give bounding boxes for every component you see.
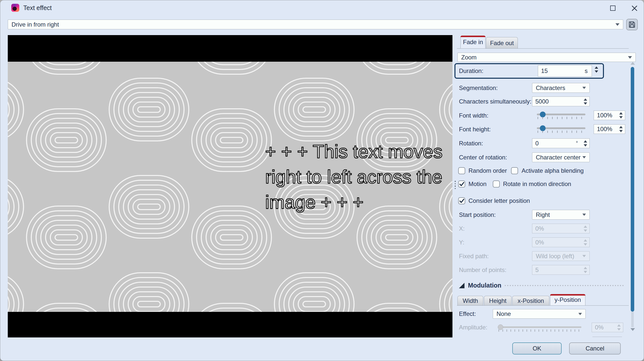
rotation-value: 0 xyxy=(535,140,539,147)
amplitude-value: 0% xyxy=(595,324,604,331)
panel-bottom-divider xyxy=(592,337,622,337)
font-width-value: 100% xyxy=(597,112,612,119)
amplitude-input: 0% xyxy=(592,323,623,332)
rotate-motion-checkbox[interactable] xyxy=(493,180,500,188)
chevron-down-icon xyxy=(582,87,586,89)
rotation-unit: ° xyxy=(576,140,578,146)
chevron-down-icon xyxy=(582,156,586,158)
font-width-input[interactable]: 100% xyxy=(594,111,625,120)
stepper-icon xyxy=(584,225,587,232)
chevron-down-icon xyxy=(582,255,586,257)
rotation-input[interactable]: 0 ° xyxy=(532,138,590,148)
center-of-rotation-value: Character center xyxy=(536,154,581,161)
tab-width[interactable]: Width xyxy=(457,296,483,306)
cancel-button[interactable]: Cancel xyxy=(569,342,621,354)
stepper-icon[interactable] xyxy=(584,140,587,146)
preview-canvas: + + + This text moves right to left acro… xyxy=(8,35,452,337)
spin-down-icon[interactable] xyxy=(595,70,598,73)
scrollbar-down-icon[interactable] xyxy=(630,328,635,331)
tab-y-position[interactable]: y-Position xyxy=(550,294,585,306)
mod-effect-combobox[interactable]: None xyxy=(493,309,586,319)
consider-letter-checkbox[interactable] xyxy=(458,197,465,204)
tabstrip-baseline xyxy=(457,48,629,49)
y-label: Y: xyxy=(459,237,464,247)
stepper-icon xyxy=(617,324,621,331)
close-icon[interactable] xyxy=(631,5,638,12)
titlebar[interactable]: Text effect xyxy=(0,0,644,15)
preset-combobox[interactable]: Drive in from right xyxy=(8,20,623,29)
x-input: 0% xyxy=(532,224,590,233)
font-height-input[interactable]: 100% xyxy=(594,124,625,134)
save-preset-button[interactable] xyxy=(626,19,638,30)
collapse-triangle-icon[interactable] xyxy=(459,283,464,288)
segmentation-label: Segmentation: xyxy=(459,83,498,93)
tab-height[interactable]: Height xyxy=(484,296,512,306)
stepper-icon[interactable] xyxy=(584,98,587,105)
x-value: 0% xyxy=(535,225,544,232)
chevron-down-icon xyxy=(582,214,586,216)
scrollbar-up-icon[interactable] xyxy=(630,62,635,65)
rotation-label: Rotation: xyxy=(459,138,483,148)
tab-fade-in-label: Fade in xyxy=(463,39,483,46)
fixed-path-combobox: Wild loop (left) xyxy=(532,251,590,261)
stepper-icon[interactable] xyxy=(619,112,623,119)
random-order-checkbox[interactable] xyxy=(458,167,465,174)
tab-x-position[interactable]: x-Position xyxy=(512,296,549,306)
fixed-path-label: Fixed path: xyxy=(459,251,489,261)
scrollbar-thumb[interactable] xyxy=(631,67,634,312)
num-points-label: Number of points: xyxy=(459,265,506,275)
rotate-motion-label: Rotate in motion direction xyxy=(503,180,571,188)
active-tab-accent xyxy=(550,294,585,296)
stepper-icon[interactable] xyxy=(619,126,623,132)
ok-button-label: OK xyxy=(533,345,541,352)
num-points-value: 5 xyxy=(535,266,539,274)
chars-simultaneously-input[interactable]: 5000 xyxy=(532,97,590,106)
spin-up-icon[interactable] xyxy=(595,66,598,69)
font-height-ticks xyxy=(538,131,585,133)
tab-fade-in[interactable]: Fade in xyxy=(460,36,486,49)
motion-label: Motion xyxy=(468,180,487,188)
tab-x-position-label: x-Position xyxy=(518,297,544,304)
chevron-down-icon xyxy=(615,23,619,26)
effect-type-combobox[interactable]: Zoom xyxy=(457,53,636,62)
duration-input[interactable]: 15 s xyxy=(538,65,592,77)
ok-button[interactable]: OK xyxy=(512,342,562,354)
start-position-value: Right xyxy=(536,211,550,218)
tab-fade-out[interactable]: Fade out xyxy=(486,37,518,49)
amplitude-ticks xyxy=(499,329,581,332)
modulation-tabstrip-baseline xyxy=(457,305,629,306)
scrollbar-track[interactable] xyxy=(631,312,634,327)
start-position-combobox[interactable]: Right xyxy=(532,210,590,220)
font-width-slider-thumb[interactable] xyxy=(540,112,546,117)
amplitude-slider xyxy=(498,326,581,328)
x-label: X: xyxy=(459,224,465,233)
segmentation-value: Characters xyxy=(536,84,565,92)
preview-text-line: image + + + xyxy=(265,190,442,215)
font-height-slider-thumb[interactable] xyxy=(540,125,546,131)
font-height-label: Font height: xyxy=(459,124,491,134)
alpha-blending-label: Activate alpha blending xyxy=(522,167,584,174)
y-input: 0% xyxy=(532,237,590,247)
start-position-label: Start position: xyxy=(459,210,496,220)
save-icon xyxy=(628,21,636,28)
tab-height-label: Height xyxy=(489,297,506,304)
consider-letter-label: Consider letter position xyxy=(468,197,530,204)
tab-width-label: Width xyxy=(463,297,478,304)
maximize-icon[interactable] xyxy=(610,6,615,11)
center-of-rotation-combobox[interactable]: Character center xyxy=(532,152,590,162)
splitter-handle-icon[interactable] xyxy=(454,181,456,191)
duration-value: 15 xyxy=(541,67,548,74)
alpha-blending-checkbox[interactable] xyxy=(511,167,518,174)
effect-type-value: Zoom xyxy=(461,54,476,61)
stepper-icon xyxy=(584,239,587,245)
random-order-label: Random order xyxy=(468,167,507,174)
duration-label: Duration: xyxy=(459,63,483,79)
text-effect-dialog: Text effect Drive in from right xyxy=(0,0,644,361)
segmentation-combobox[interactable]: Characters xyxy=(532,83,590,93)
checkmark-icon xyxy=(459,181,464,187)
amplitude-label: Amplitude: xyxy=(459,323,487,332)
cancel-button-label: Cancel xyxy=(586,345,604,352)
duration-stepper[interactable] xyxy=(595,66,641,73)
y-value: 0% xyxy=(535,239,544,246)
motion-checkbox[interactable] xyxy=(458,180,465,188)
